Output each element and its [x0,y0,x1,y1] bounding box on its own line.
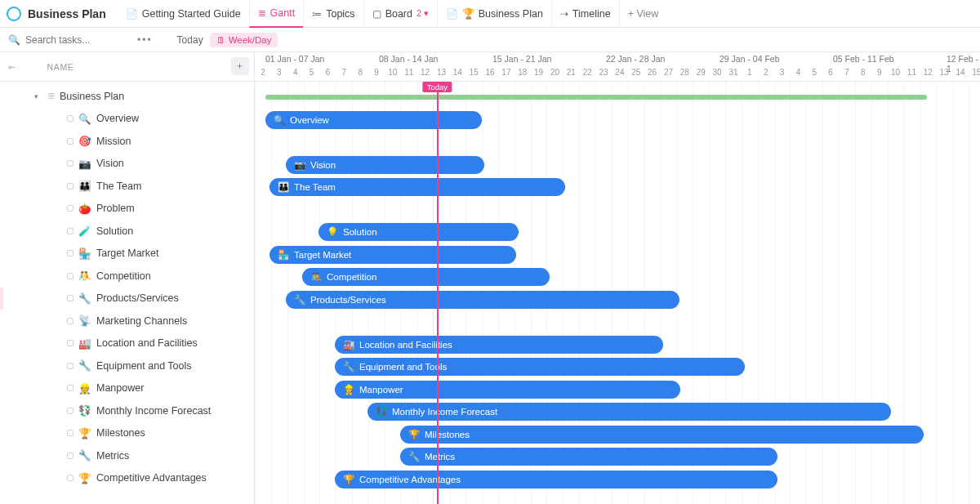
gantt-bar-the-team[interactable]: 👪The Team [270,178,565,196]
day-header: 2 [758,68,774,77]
bar-label: Overview [290,115,329,125]
tab-board[interactable]: ▢Board2 ▾ [363,0,438,28]
gantt-bar-solution[interactable]: 💡Solution [318,223,519,241]
task-checkbox[interactable] [67,453,74,459]
gantt-bar-monthly-income-forecast[interactable]: 💱Monthly Income Forecast [368,403,891,421]
tab-icon: 📄 [446,8,458,20]
gantt-bar-competitive-advantages[interactable]: 🏆Competitive Advantages [335,471,777,488]
task-checkbox[interactable] [67,408,74,414]
task-checkbox[interactable] [67,475,74,481]
gantt-bar-products-services[interactable]: 🔧Products/Services [286,291,679,309]
task-emoji: 🤼 [78,270,91,282]
workspace-title[interactable]: Business Plan [28,7,106,20]
caret-down-icon[interactable]: ▾ [34,92,42,100]
tree-item-vision[interactable]: 📷Vision [0,153,254,176]
task-checkbox[interactable] [67,340,74,346]
summary-bar[interactable] [265,95,927,100]
task-checkbox[interactable] [67,115,74,122]
task-emoji: 🏆 [78,472,91,484]
tree-item-competitive-advantages[interactable]: 🏆Competitive Advantages [0,467,254,490]
week-header: 08 Jan - 14 Jan [379,54,438,64]
search-icon: 🔍 [8,34,20,46]
task-checkbox[interactable] [67,273,74,279]
today-button[interactable]: Today [177,34,203,46]
granularity-toggle[interactable]: 🗓 Week/Day [210,33,278,47]
tree-item-marketing-channels[interactable]: 📡Marketing Channels [0,310,254,332]
gantt-panel: 01 Jan - 07 Jan08 Jan - 14 Jan15 Jan - 2… [255,52,980,504]
tab-getting-started-guide[interactable]: 📄Getting Started Guide [118,0,249,28]
task-checkbox[interactable] [67,228,74,234]
gantt-bar-target-market[interactable]: 🏪Target Market [270,246,516,264]
bar-label: Metrics [425,452,455,462]
gantt-bar-overview[interactable]: 🔍Overview [265,111,482,129]
tree-parent-label: Business Plan [60,91,124,102]
task-label: Marketing Channels [96,315,187,327]
day-header: 2 [255,68,271,77]
add-task-button[interactable]: ＋ [231,57,249,75]
tree-item-mission[interactable]: 🎯Mission [0,130,254,153]
gantt-bar-vision[interactable]: 📷Vision [286,156,484,174]
day-header: 14 [449,68,466,77]
task-label: Manpower [96,382,144,394]
gantt-body[interactable]: Today🔍Overview📷Vision👪The Team💡Solution🏪… [255,82,980,504]
tree-item-overview[interactable]: 🔍Overview [0,108,254,131]
day-header: 5 [304,68,320,77]
day-header: 11 [401,68,417,77]
task-checkbox[interactable] [67,363,74,369]
task-checkbox[interactable] [67,250,74,256]
tab-label: Timeline [572,8,611,20]
more-menu-button[interactable]: ••• [137,34,153,46]
task-emoji: 📡 [78,314,91,327]
task-emoji: 🎯 [78,135,91,147]
tree-item-location-and-facilities[interactable]: 🏭Location and Facilities [0,332,254,355]
tree-item-milestones[interactable]: 🏆Milestones [0,422,254,445]
task-checkbox[interactable] [67,385,74,391]
tree-item-monthly-income-forecast[interactable]: 💱Monthly Income Forecast [0,399,254,422]
tab-gantt[interactable]: ≣Gantt [249,0,304,28]
gantt-bar-milestones[interactable]: 🏆Milestones [400,426,924,444]
tab-label: Getting Started Guide [142,8,241,20]
tab-label: Topics [326,8,354,20]
week-header: 05 Feb - 11 Feb [833,54,894,64]
tab-timeline[interactable]: ⇢Timeline [551,0,619,28]
task-emoji: 📷 [78,158,91,170]
day-header: 26 [644,68,661,77]
gantt-bar-location-and-facilities[interactable]: 🏭Location and Facilities [335,336,663,354]
task-checkbox[interactable] [67,430,74,436]
search-box[interactable]: 🔍 [8,34,131,46]
week-header: 15 Jan - 21 Jan [492,54,551,64]
task-checkbox[interactable] [67,205,74,212]
tab--business-plan[interactable]: 📄🏆 Business Plan [437,0,551,28]
tree-item-solution[interactable]: 🧪Solution [0,220,254,243]
bar-emoji: 🏆 [408,429,420,440]
gantt-bar-competition[interactable]: 🤼Competition [302,268,550,286]
tree-item-equipment-and-tools[interactable]: 🔧Equipment and Tools [0,355,254,377]
tree-parent-business-plan[interactable]: ▾ ≣ Business Plan [0,85,254,108]
gantt-bar-manpower[interactable]: 👷Manpower [335,381,680,399]
tree-item-manpower[interactable]: 👷Manpower [0,377,254,400]
tab-topics[interactable]: ≔Topics [303,0,363,28]
task-checkbox[interactable] [67,138,74,145]
search-input[interactable] [25,34,115,46]
day-header: 19 [531,68,547,77]
task-checkbox[interactable] [67,295,74,301]
task-checkbox[interactable] [67,318,74,324]
day-header: 21 [563,68,579,77]
tree-item-target-market[interactable]: 🏪Target Market [0,243,254,265]
tree-item-products-services[interactable]: 🔧Products/Services [0,288,254,310]
day-header: 15 [969,68,980,77]
tree-item-metrics[interactable]: 🔧Metrics [0,444,254,467]
calendar-icon: 🗓 [216,35,225,45]
add-view-button[interactable]: + View [619,0,667,28]
tab-label: Gantt [270,7,296,19]
tree-item-problem[interactable]: 🍅Problem [0,198,254,221]
task-checkbox[interactable] [67,160,74,167]
tree-item-competition[interactable]: 🤼Competition [0,265,254,288]
gantt-bar-metrics[interactable]: 🔧Metrics [400,448,777,466]
tree-item-the-team[interactable]: 👪The Team [0,175,254,198]
day-header: 11 [903,68,920,77]
day-header: 13 [433,68,449,77]
gantt-bar-equipment-and-tools[interactable]: 🔧Equipment and Tools [335,358,745,376]
task-checkbox[interactable] [67,183,74,190]
collapse-left-icon[interactable]: ⇤ [8,62,16,72]
